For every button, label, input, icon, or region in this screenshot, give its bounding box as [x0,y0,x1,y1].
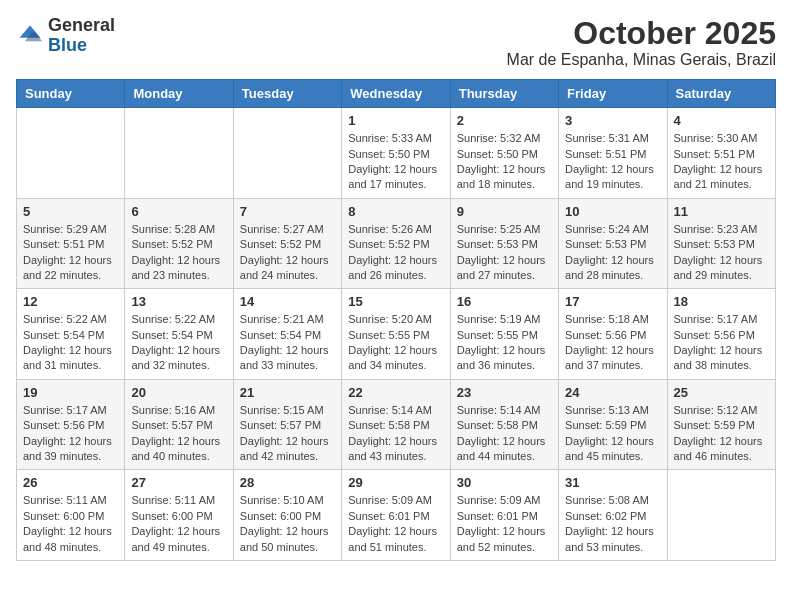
calendar-week-2: 5Sunrise: 5:29 AMSunset: 5:51 PMDaylight… [17,198,776,289]
calendar-cell: 21Sunrise: 5:15 AMSunset: 5:57 PMDayligh… [233,379,341,470]
day-info: Sunrise: 5:14 AMSunset: 5:58 PMDaylight:… [348,403,443,465]
day-info: Sunrise: 5:22 AMSunset: 5:54 PMDaylight:… [23,312,118,374]
calendar-cell: 15Sunrise: 5:20 AMSunset: 5:55 PMDayligh… [342,289,450,380]
day-number: 10 [565,204,660,219]
logo: General Blue [16,16,115,56]
calendar-cell: 19Sunrise: 5:17 AMSunset: 5:56 PMDayligh… [17,379,125,470]
day-info: Sunrise: 5:23 AMSunset: 5:53 PMDaylight:… [674,222,769,284]
day-number: 4 [674,113,769,128]
day-info: Sunrise: 5:25 AMSunset: 5:53 PMDaylight:… [457,222,552,284]
day-info: Sunrise: 5:17 AMSunset: 5:56 PMDaylight:… [23,403,118,465]
weekday-header-saturday: Saturday [667,80,775,108]
day-info: Sunrise: 5:17 AMSunset: 5:56 PMDaylight:… [674,312,769,374]
day-info: Sunrise: 5:31 AMSunset: 5:51 PMDaylight:… [565,131,660,193]
day-info: Sunrise: 5:19 AMSunset: 5:55 PMDaylight:… [457,312,552,374]
calendar-cell [17,108,125,199]
calendar-cell: 1Sunrise: 5:33 AMSunset: 5:50 PMDaylight… [342,108,450,199]
calendar-cell: 10Sunrise: 5:24 AMSunset: 5:53 PMDayligh… [559,198,667,289]
day-info: Sunrise: 5:30 AMSunset: 5:51 PMDaylight:… [674,131,769,193]
weekday-header-monday: Monday [125,80,233,108]
calendar-week-1: 1Sunrise: 5:33 AMSunset: 5:50 PMDaylight… [17,108,776,199]
day-info: Sunrise: 5:09 AMSunset: 6:01 PMDaylight:… [457,493,552,555]
calendar-cell [667,470,775,561]
calendar-cell: 9Sunrise: 5:25 AMSunset: 5:53 PMDaylight… [450,198,558,289]
day-info: Sunrise: 5:10 AMSunset: 6:00 PMDaylight:… [240,493,335,555]
day-number: 22 [348,385,443,400]
day-number: 2 [457,113,552,128]
calendar-week-5: 26Sunrise: 5:11 AMSunset: 6:00 PMDayligh… [17,470,776,561]
day-info: Sunrise: 5:22 AMSunset: 5:54 PMDaylight:… [131,312,226,374]
weekday-header-sunday: Sunday [17,80,125,108]
title-section: October 2025 Mar de Espanha, Minas Gerai… [507,16,776,69]
day-info: Sunrise: 5:18 AMSunset: 5:56 PMDaylight:… [565,312,660,374]
calendar-cell: 11Sunrise: 5:23 AMSunset: 5:53 PMDayligh… [667,198,775,289]
weekday-header-tuesday: Tuesday [233,80,341,108]
calendar-week-4: 19Sunrise: 5:17 AMSunset: 5:56 PMDayligh… [17,379,776,470]
calendar-cell: 17Sunrise: 5:18 AMSunset: 5:56 PMDayligh… [559,289,667,380]
day-info: Sunrise: 5:11 AMSunset: 6:00 PMDaylight:… [23,493,118,555]
calendar-cell: 12Sunrise: 5:22 AMSunset: 5:54 PMDayligh… [17,289,125,380]
day-number: 11 [674,204,769,219]
day-info: Sunrise: 5:15 AMSunset: 5:57 PMDaylight:… [240,403,335,465]
calendar-cell: 13Sunrise: 5:22 AMSunset: 5:54 PMDayligh… [125,289,233,380]
day-number: 6 [131,204,226,219]
page-header: General Blue October 2025 Mar de Espanha… [16,16,776,69]
day-number: 31 [565,475,660,490]
day-number: 26 [23,475,118,490]
day-info: Sunrise: 5:29 AMSunset: 5:51 PMDaylight:… [23,222,118,284]
calendar-cell: 29Sunrise: 5:09 AMSunset: 6:01 PMDayligh… [342,470,450,561]
day-info: Sunrise: 5:08 AMSunset: 6:02 PMDaylight:… [565,493,660,555]
day-info: Sunrise: 5:28 AMSunset: 5:52 PMDaylight:… [131,222,226,284]
calendar-cell: 22Sunrise: 5:14 AMSunset: 5:58 PMDayligh… [342,379,450,470]
calendar-cell: 31Sunrise: 5:08 AMSunset: 6:02 PMDayligh… [559,470,667,561]
day-info: Sunrise: 5:16 AMSunset: 5:57 PMDaylight:… [131,403,226,465]
day-number: 14 [240,294,335,309]
day-info: Sunrise: 5:13 AMSunset: 5:59 PMDaylight:… [565,403,660,465]
day-info: Sunrise: 5:24 AMSunset: 5:53 PMDaylight:… [565,222,660,284]
calendar-cell: 18Sunrise: 5:17 AMSunset: 5:56 PMDayligh… [667,289,775,380]
day-info: Sunrise: 5:32 AMSunset: 5:50 PMDaylight:… [457,131,552,193]
calendar-cell: 26Sunrise: 5:11 AMSunset: 6:00 PMDayligh… [17,470,125,561]
calendar-table: SundayMondayTuesdayWednesdayThursdayFrid… [16,79,776,561]
day-number: 18 [674,294,769,309]
day-number: 27 [131,475,226,490]
day-number: 12 [23,294,118,309]
calendar-cell: 24Sunrise: 5:13 AMSunset: 5:59 PMDayligh… [559,379,667,470]
day-number: 8 [348,204,443,219]
day-info: Sunrise: 5:21 AMSunset: 5:54 PMDaylight:… [240,312,335,374]
calendar-header-row: SundayMondayTuesdayWednesdayThursdayFrid… [17,80,776,108]
day-number: 15 [348,294,443,309]
calendar-cell: 2Sunrise: 5:32 AMSunset: 5:50 PMDaylight… [450,108,558,199]
day-number: 19 [23,385,118,400]
day-number: 16 [457,294,552,309]
calendar-cell: 28Sunrise: 5:10 AMSunset: 6:00 PMDayligh… [233,470,341,561]
calendar-cell [233,108,341,199]
calendar-cell: 25Sunrise: 5:12 AMSunset: 5:59 PMDayligh… [667,379,775,470]
day-number: 5 [23,204,118,219]
logo-text: General Blue [48,16,115,56]
calendar-cell: 3Sunrise: 5:31 AMSunset: 5:51 PMDaylight… [559,108,667,199]
day-info: Sunrise: 5:12 AMSunset: 5:59 PMDaylight:… [674,403,769,465]
day-info: Sunrise: 5:26 AMSunset: 5:52 PMDaylight:… [348,222,443,284]
day-number: 30 [457,475,552,490]
day-info: Sunrise: 5:27 AMSunset: 5:52 PMDaylight:… [240,222,335,284]
calendar-cell [125,108,233,199]
calendar-cell: 8Sunrise: 5:26 AMSunset: 5:52 PMDaylight… [342,198,450,289]
day-number: 20 [131,385,226,400]
month-title: October 2025 [507,16,776,51]
day-number: 25 [674,385,769,400]
weekday-header-thursday: Thursday [450,80,558,108]
calendar-cell: 20Sunrise: 5:16 AMSunset: 5:57 PMDayligh… [125,379,233,470]
day-number: 1 [348,113,443,128]
day-info: Sunrise: 5:33 AMSunset: 5:50 PMDaylight:… [348,131,443,193]
day-info: Sunrise: 5:09 AMSunset: 6:01 PMDaylight:… [348,493,443,555]
day-number: 17 [565,294,660,309]
calendar-cell: 4Sunrise: 5:30 AMSunset: 5:51 PMDaylight… [667,108,775,199]
day-number: 7 [240,204,335,219]
day-number: 24 [565,385,660,400]
day-number: 23 [457,385,552,400]
calendar-cell: 14Sunrise: 5:21 AMSunset: 5:54 PMDayligh… [233,289,341,380]
calendar-cell: 23Sunrise: 5:14 AMSunset: 5:58 PMDayligh… [450,379,558,470]
day-info: Sunrise: 5:20 AMSunset: 5:55 PMDaylight:… [348,312,443,374]
calendar-cell: 7Sunrise: 5:27 AMSunset: 5:52 PMDaylight… [233,198,341,289]
